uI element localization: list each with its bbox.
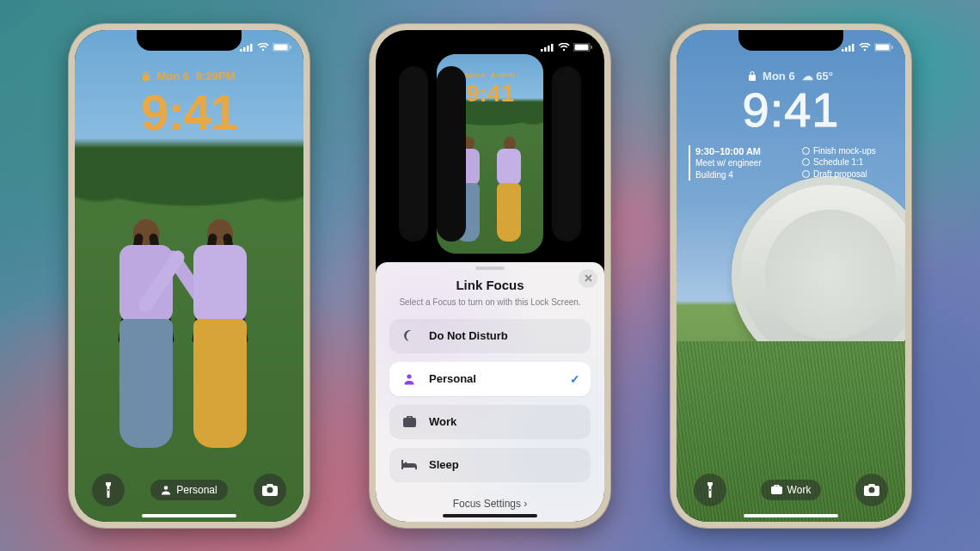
svg-rect-5	[274, 44, 288, 50]
preview-clock: 9:41	[437, 80, 543, 107]
focus-option-label: Work	[429, 415, 456, 428]
moon-icon	[401, 329, 417, 342]
briefcase-icon	[401, 416, 417, 427]
svg-rect-18	[845, 47, 848, 52]
sheet-subtitle: Select a Focus to turn on with this Lock…	[389, 297, 591, 307]
reminder-item: Draft proposal	[813, 168, 867, 181]
svg-rect-2	[247, 46, 249, 52]
close-icon	[585, 274, 592, 282]
signal-icon	[541, 43, 554, 52]
lockscreen-clock: 9:41	[677, 82, 905, 138]
lock-icon	[143, 71, 150, 81]
wifi-icon	[257, 43, 269, 52]
svg-rect-9	[544, 47, 547, 52]
focus-option-label: Sleep	[429, 458, 459, 471]
focus-option-sleep[interactable]: Sleep	[389, 448, 591, 482]
reminders-widget[interactable]: Finish mock-ups Schedule 1:1 Draft propo…	[802, 145, 893, 181]
svg-rect-17	[842, 49, 844, 52]
reminder-item: Finish mock-ups	[813, 145, 876, 157]
battery-icon	[273, 43, 291, 52]
notch	[738, 30, 843, 51]
svg-point-16	[404, 462, 407, 465]
battery-icon	[874, 43, 893, 52]
focus-settings-link[interactable]: Focus Settings ›	[376, 498, 604, 510]
lockscreen-clock: 9:41	[75, 83, 303, 141]
bed-icon	[401, 460, 417, 469]
focus-option-label: Personal	[429, 372, 476, 385]
lock-icon	[749, 71, 756, 81]
camera-button[interactable]	[855, 474, 888, 506]
gallery-neighbor-right[interactable]	[552, 66, 581, 242]
calendar-title: Meet w/ engineer	[695, 157, 787, 169]
close-button[interactable]	[579, 269, 597, 288]
sheet-title: Link Focus	[389, 278, 591, 292]
lockscreen-dateline: Mon 6 8:29PM	[75, 70, 303, 83]
wifi-icon	[558, 43, 570, 52]
calendar-time: 9:30–10:00 AM	[695, 145, 787, 158]
svg-rect-0	[240, 49, 242, 52]
briefcase-icon	[771, 485, 782, 494]
camera-icon	[864, 484, 879, 496]
svg-rect-22	[876, 44, 890, 50]
svg-rect-11	[551, 44, 554, 52]
sheet-grabber[interactable]	[475, 266, 505, 270]
focus-option-personal[interactable]: Personal ✓	[389, 362, 591, 396]
reminder-circle-icon	[802, 147, 810, 155]
svg-rect-23	[891, 46, 893, 49]
focus-chip[interactable]: Personal	[150, 480, 227, 500]
home-indicator[interactable]	[142, 514, 236, 517]
flashlight-button[interactable]	[92, 474, 125, 506]
svg-rect-3	[250, 44, 253, 52]
focus-chip-label: Personal	[176, 484, 217, 496]
svg-rect-1	[243, 47, 246, 52]
svg-rect-8	[541, 49, 543, 52]
focus-chip[interactable]: Work	[761, 480, 822, 500]
reminder-circle-icon	[802, 170, 810, 178]
lockscreen-date: Mon 6	[156, 70, 189, 83]
weather-widget[interactable]: ☁︎ 65°	[802, 70, 833, 83]
focus-option-work[interactable]: Work	[389, 405, 591, 439]
signal-icon	[842, 43, 855, 52]
signal-icon	[240, 43, 254, 52]
notch	[438, 30, 542, 51]
calendar-location: Building 4	[695, 169, 787, 181]
battery-icon	[573, 43, 592, 52]
camera-button[interactable]	[254, 474, 286, 506]
svg-rect-6	[290, 46, 291, 49]
checkmark-icon: ✓	[570, 372, 580, 386]
svg-rect-10	[548, 46, 550, 52]
flashlight-icon	[102, 482, 114, 498]
svg-point-7	[164, 486, 168, 490]
chevron-right-icon: ›	[524, 498, 527, 510]
person-icon	[161, 485, 171, 495]
lockscreen-date: Mon 6	[763, 70, 795, 83]
home-indicator[interactable]	[443, 514, 537, 517]
person-icon	[401, 373, 417, 385]
reminder-circle-icon	[802, 158, 810, 166]
wifi-icon	[859, 43, 871, 52]
camera-icon	[262, 484, 278, 496]
focus-option-dnd[interactable]: Do Not Disturb	[389, 319, 591, 353]
svg-rect-20	[852, 44, 854, 52]
phone-mockup-2: Mon 6 · 8:29PM 9:41 Link Focus Select a …	[369, 23, 611, 529]
svg-rect-13	[575, 44, 589, 50]
svg-rect-19	[848, 46, 851, 52]
focus-option-label: Do Not Disturb	[429, 329, 508, 342]
notch	[137, 30, 242, 51]
phone-mockup-1: Mon 6 8:29PM 9:41 Personal	[68, 23, 310, 529]
wallpaper-figure-left	[104, 188, 173, 463]
flashlight-icon	[704, 482, 716, 498]
reminder-item: Schedule 1:1	[813, 156, 863, 168]
preview-date: Mon 6 · 8:29PM	[437, 71, 543, 79]
calendar-widget[interactable]: 9:30–10:00 AM Meet w/ engineer Building …	[689, 145, 787, 181]
svg-rect-14	[591, 46, 592, 49]
flashlight-button[interactable]	[694, 474, 726, 506]
home-indicator[interactable]	[744, 514, 838, 517]
focus-chip-label: Work	[787, 484, 812, 496]
gallery-neighbor-left[interactable]	[399, 66, 428, 242]
phone-mockup-3: Mon 6 ☁︎ 65° 9:41 9:30–10:00 AM Meet w/ …	[670, 23, 912, 529]
lockscreen-preview[interactable]: Mon 6 · 8:29PM 9:41	[437, 54, 543, 254]
lockscreen-gallery[interactable]: Mon 6 · 8:29PM 9:41	[376, 47, 604, 250]
lockscreen-mini-clock: 8:29PM	[196, 70, 236, 83]
svg-point-15	[407, 374, 411, 378]
